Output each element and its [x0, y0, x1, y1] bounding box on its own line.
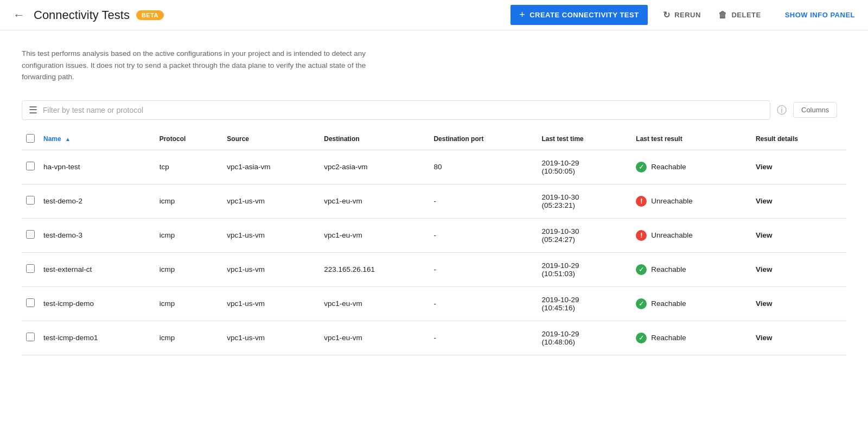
row-destination: vpc2-asia-vm: [320, 150, 429, 184]
rerun-button[interactable]: ↻ RERUN: [661, 5, 703, 24]
row-checkbox[interactable]: [26, 264, 35, 273]
connectivity-tests-table: Name ▲ Protocol Source Destination Desti…: [22, 129, 846, 355]
row-last-time: 2019-10-30 (05:24:27): [537, 218, 631, 252]
row-protocol: icmp: [155, 321, 223, 355]
row-dest-port: -: [429, 184, 537, 218]
row-destination: vpc1-eu-vm: [320, 218, 429, 252]
row-last-time: 2019-10-29 (10:50:05): [537, 150, 631, 184]
row-source: vpc1-asia-vm: [222, 150, 320, 184]
row-dest-port: 80: [429, 150, 537, 184]
row-checkbox[interactable]: [26, 230, 35, 239]
view-link[interactable]: View: [756, 163, 773, 171]
col-header-name[interactable]: Name ▲: [39, 129, 155, 150]
row-dest-port: -: [429, 321, 537, 355]
description-text: This test performs analysis based on the…: [22, 48, 380, 83]
row-dest-port: -: [429, 252, 537, 286]
row-last-time: 2019-10-30 (05:23:21): [537, 184, 631, 218]
reachable-icon: ✓: [636, 264, 647, 275]
row-protocol: tcp: [155, 150, 223, 184]
row-protocol: icmp: [155, 184, 223, 218]
col-header-source: Source: [222, 129, 320, 150]
row-protocol: icmp: [155, 218, 223, 252]
filter-input[interactable]: [43, 106, 763, 114]
row-result-details: View: [751, 321, 846, 355]
row-result-details: View: [751, 286, 846, 321]
filter-bar: ☰ ⓘ Columns: [22, 100, 846, 120]
row-protocol: icmp: [155, 286, 223, 321]
col-header-last-time: Last test time: [537, 129, 631, 150]
row-last-result: ✓Reachable: [631, 321, 751, 355]
row-source: vpc1-us-vm: [222, 321, 320, 355]
result-text: Reachable: [651, 299, 686, 308]
row-checkbox[interactable]: [26, 333, 35, 341]
create-connectivity-test-button[interactable]: + CREATE CONNECTIVITY TEST: [510, 5, 648, 25]
row-last-time: 2019-10-29 (10:45:16): [537, 286, 631, 321]
col-header-destination: Destination: [320, 129, 429, 150]
result-text: Reachable: [651, 265, 686, 273]
row-dest-port: -: [429, 218, 537, 252]
unreachable-icon: !: [636, 230, 647, 241]
row-destination: vpc1-eu-vm: [320, 184, 429, 218]
row-name: test-icmp-demo: [39, 286, 155, 321]
row-last-result: ✓Reachable: [631, 286, 751, 321]
row-source: vpc1-us-vm: [222, 252, 320, 286]
row-checkbox[interactable]: [26, 162, 35, 170]
row-name: test-external-ct: [39, 252, 155, 286]
plus-icon: +: [519, 9, 525, 21]
row-last-time: 2019-10-29 (10:51:03): [537, 252, 631, 286]
row-checkbox-cell: [22, 321, 39, 355]
row-last-result: ✓Reachable: [631, 252, 751, 286]
row-name: ha-vpn-test: [39, 150, 155, 184]
filter-icon: ☰: [29, 104, 37, 116]
table-row: test-icmp-demoicmpvpc1-us-vmvpc1-eu-vm-2…: [22, 286, 846, 321]
back-button[interactable]: ←: [13, 8, 25, 22]
view-link[interactable]: View: [756, 299, 773, 308]
row-checkbox-cell: [22, 252, 39, 286]
table-row: ha-vpn-testtcpvpc1-asia-vmvpc2-asia-vm80…: [22, 150, 846, 184]
table-row: test-demo-2icmpvpc1-us-vmvpc1-eu-vm-2019…: [22, 184, 846, 218]
row-checkbox[interactable]: [26, 298, 35, 307]
reachable-icon: ✓: [636, 333, 647, 343]
row-destination: vpc1-eu-vm: [320, 321, 429, 355]
row-result-details: View: [751, 150, 846, 184]
row-result-details: View: [751, 184, 846, 218]
reachable-icon: ✓: [636, 298, 647, 309]
rerun-icon: ↻: [663, 10, 671, 20]
header: ← Connectivity Tests BETA + CREATE CONNE…: [0, 0, 868, 30]
row-checkbox-cell: [22, 150, 39, 184]
table-row: test-demo-3icmpvpc1-us-vmvpc1-eu-vm-2019…: [22, 218, 846, 252]
col-header-result-details: Result details: [751, 129, 846, 150]
row-protocol: icmp: [155, 252, 223, 286]
row-checkbox-cell: [22, 286, 39, 321]
header-checkbox-cell: [22, 129, 39, 150]
columns-button[interactable]: Columns: [793, 102, 837, 118]
show-info-panel-button[interactable]: SHOW INFO PANEL: [785, 11, 855, 19]
delete-button[interactable]: 🗑 DELETE: [716, 6, 763, 24]
view-link[interactable]: View: [756, 231, 773, 239]
row-source: vpc1-us-vm: [222, 218, 320, 252]
row-dest-port: -: [429, 286, 537, 321]
row-source: vpc1-us-vm: [222, 184, 320, 218]
row-checkbox[interactable]: [26, 196, 35, 205]
view-link[interactable]: View: [756, 334, 773, 342]
beta-badge: BETA: [136, 10, 164, 20]
view-link[interactable]: View: [756, 265, 773, 273]
row-source: vpc1-us-vm: [222, 286, 320, 321]
table-header-row: Name ▲ Protocol Source Destination Desti…: [22, 129, 846, 150]
row-result-details: View: [751, 218, 846, 252]
header-actions: + CREATE CONNECTIVITY TEST ↻ RERUN 🗑 DEL…: [510, 5, 855, 25]
help-icon[interactable]: ⓘ: [777, 104, 787, 117]
sort-asc-icon: ▲: [65, 136, 71, 142]
main-content: This test performs analysis based on the…: [0, 30, 868, 355]
select-all-checkbox[interactable]: [26, 134, 35, 143]
result-text: Unreachable: [651, 231, 693, 239]
row-last-result: !Unreachable: [631, 218, 751, 252]
view-link[interactable]: View: [756, 197, 773, 205]
table-row: test-icmp-demo1icmpvpc1-us-vmvpc1-eu-vm-…: [22, 321, 846, 355]
row-destination: vpc1-eu-vm: [320, 286, 429, 321]
row-checkbox-cell: [22, 184, 39, 218]
row-last-result: ✓Reachable: [631, 150, 751, 184]
col-header-protocol: Protocol: [155, 129, 223, 150]
filter-input-wrapper: ☰: [22, 100, 770, 120]
result-text: Unreachable: [651, 197, 693, 205]
